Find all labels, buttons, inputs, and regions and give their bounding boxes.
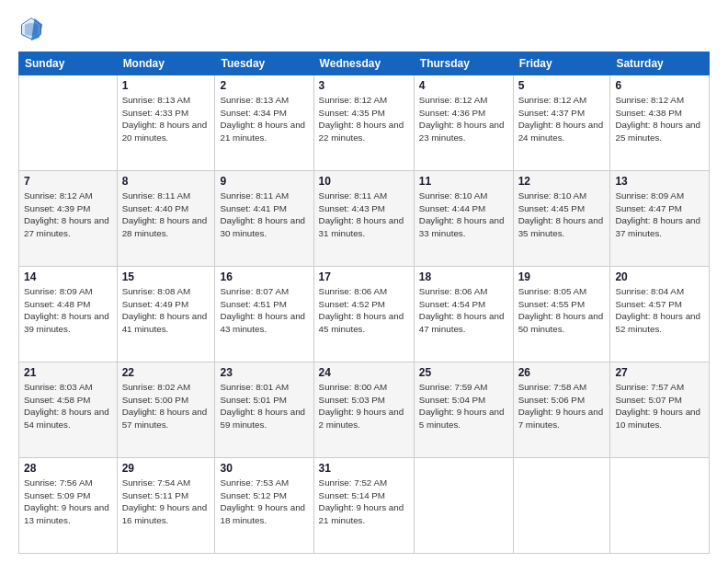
day-cell: 22Sunrise: 8:02 AMSunset: 5:00 PMDayligh…	[117, 362, 215, 458]
day-cell: 12Sunrise: 8:10 AMSunset: 4:45 PMDayligh…	[513, 171, 610, 267]
week-row-0: 1Sunrise: 8:13 AMSunset: 4:33 PMDaylight…	[19, 75, 710, 171]
day-info: Sunrise: 8:04 AMSunset: 4:57 PMDaylight:…	[615, 285, 704, 336]
day-number: 22	[122, 366, 210, 379]
day-info: Sunrise: 7:59 AMSunset: 5:04 PMDaylight:…	[419, 381, 508, 431]
day-info: Sunrise: 8:11 AMSunset: 4:43 PMDaylight:…	[319, 190, 409, 240]
day-number: 3	[319, 79, 409, 92]
day-cell: 8Sunrise: 8:11 AMSunset: 4:40 PMDaylight…	[117, 171, 215, 267]
day-cell: 1Sunrise: 8:13 AMSunset: 4:33 PMDaylight…	[117, 75, 215, 171]
week-row-3: 21Sunrise: 8:03 AMSunset: 4:58 PMDayligh…	[19, 362, 710, 458]
day-number: 11	[419, 175, 508, 188]
day-info: Sunrise: 8:03 AMSunset: 4:58 PMDaylight:…	[24, 381, 112, 431]
calendar-header-row: SundayMondayTuesdayWednesdayThursdayFrid…	[19, 52, 710, 75]
day-number: 16	[220, 270, 308, 283]
day-number: 8	[122, 175, 210, 188]
day-cell: 17Sunrise: 8:06 AMSunset: 4:52 PMDayligh…	[313, 267, 414, 362]
day-cell	[414, 458, 513, 554]
day-info: Sunrise: 8:01 AMSunset: 5:01 PMDaylight:…	[220, 381, 308, 431]
day-info: Sunrise: 8:09 AMSunset: 4:48 PMDaylight:…	[24, 285, 112, 336]
day-cell: 25Sunrise: 7:59 AMSunset: 5:04 PMDayligh…	[414, 362, 513, 458]
day-cell: 24Sunrise: 8:00 AMSunset: 5:03 PMDayligh…	[313, 362, 414, 458]
col-header-saturday: Saturday	[610, 52, 710, 75]
day-cell: 13Sunrise: 8:09 AMSunset: 4:47 PMDayligh…	[610, 171, 710, 267]
col-header-tuesday: Tuesday	[215, 52, 313, 75]
col-header-sunday: Sunday	[19, 52, 118, 75]
day-number: 27	[615, 366, 704, 379]
day-info: Sunrise: 8:13 AMSunset: 4:33 PMDaylight:…	[122, 94, 210, 144]
day-cell: 23Sunrise: 8:01 AMSunset: 5:01 PMDayligh…	[215, 362, 313, 458]
day-number: 17	[319, 270, 409, 283]
logo	[18, 17, 48, 42]
day-cell: 6Sunrise: 8:12 AMSunset: 4:38 PMDaylight…	[610, 75, 710, 171]
day-cell: 15Sunrise: 8:08 AMSunset: 4:49 PMDayligh…	[117, 267, 215, 362]
day-number: 4	[419, 79, 508, 92]
day-info: Sunrise: 8:10 AMSunset: 4:44 PMDaylight:…	[419, 190, 508, 240]
day-info: Sunrise: 8:00 AMSunset: 5:03 PMDaylight:…	[319, 381, 409, 431]
day-number: 10	[319, 175, 409, 188]
day-number: 28	[24, 462, 112, 475]
day-cell: 19Sunrise: 8:05 AMSunset: 4:55 PMDayligh…	[513, 267, 610, 362]
day-info: Sunrise: 8:02 AMSunset: 5:00 PMDaylight:…	[122, 381, 210, 431]
day-number: 1	[122, 79, 210, 92]
day-number: 26	[518, 366, 606, 379]
col-header-wednesday: Wednesday	[313, 52, 414, 75]
day-cell: 27Sunrise: 7:57 AMSunset: 5:07 PMDayligh…	[610, 362, 710, 458]
header	[18, 17, 710, 42]
day-cell: 3Sunrise: 8:12 AMSunset: 4:35 PMDaylight…	[313, 75, 414, 171]
day-number: 7	[24, 175, 112, 188]
calendar-page: SundayMondayTuesdayWednesdayThursdayFrid…	[0, 0, 728, 563]
day-cell: 16Sunrise: 8:07 AMSunset: 4:51 PMDayligh…	[215, 267, 313, 362]
day-number: 23	[220, 366, 308, 379]
day-cell: 28Sunrise: 7:56 AMSunset: 5:09 PMDayligh…	[19, 458, 118, 554]
col-header-friday: Friday	[513, 52, 610, 75]
day-number: 6	[615, 79, 704, 92]
day-number: 21	[24, 366, 112, 379]
day-number: 31	[319, 462, 409, 475]
day-info: Sunrise: 8:12 AMSunset: 4:38 PMDaylight:…	[615, 94, 704, 144]
week-row-4: 28Sunrise: 7:56 AMSunset: 5:09 PMDayligh…	[19, 458, 710, 554]
day-number: 19	[518, 270, 606, 283]
day-cell: 10Sunrise: 8:11 AMSunset: 4:43 PMDayligh…	[313, 171, 414, 267]
day-cell: 14Sunrise: 8:09 AMSunset: 4:48 PMDayligh…	[19, 267, 118, 362]
day-info: Sunrise: 8:11 AMSunset: 4:41 PMDaylight:…	[220, 190, 308, 240]
day-cell: 18Sunrise: 8:06 AMSunset: 4:54 PMDayligh…	[414, 267, 513, 362]
day-info: Sunrise: 8:11 AMSunset: 4:40 PMDaylight:…	[122, 190, 210, 240]
day-info: Sunrise: 8:07 AMSunset: 4:51 PMDaylight:…	[220, 285, 308, 336]
day-info: Sunrise: 7:57 AMSunset: 5:07 PMDaylight:…	[615, 381, 704, 431]
col-header-thursday: Thursday	[414, 52, 513, 75]
day-info: Sunrise: 8:12 AMSunset: 4:39 PMDaylight:…	[24, 190, 112, 240]
day-number: 12	[518, 175, 606, 188]
day-cell: 31Sunrise: 7:52 AMSunset: 5:14 PMDayligh…	[313, 458, 414, 554]
day-cell: 4Sunrise: 8:12 AMSunset: 4:36 PMDaylight…	[414, 75, 513, 171]
day-info: Sunrise: 7:56 AMSunset: 5:09 PMDaylight:…	[24, 477, 112, 527]
day-info: Sunrise: 8:13 AMSunset: 4:34 PMDaylight:…	[220, 94, 308, 144]
day-cell: 5Sunrise: 8:12 AMSunset: 4:37 PMDaylight…	[513, 75, 610, 171]
day-info: Sunrise: 8:12 AMSunset: 4:36 PMDaylight:…	[419, 94, 508, 144]
day-cell	[19, 75, 118, 171]
day-cell: 26Sunrise: 7:58 AMSunset: 5:06 PMDayligh…	[513, 362, 610, 458]
day-cell	[513, 458, 610, 554]
day-cell	[610, 458, 710, 554]
day-info: Sunrise: 8:12 AMSunset: 4:37 PMDaylight:…	[518, 94, 606, 144]
day-info: Sunrise: 7:54 AMSunset: 5:11 PMDaylight:…	[122, 477, 210, 527]
day-number: 5	[518, 79, 606, 92]
day-number: 18	[419, 270, 508, 283]
day-number: 2	[220, 79, 308, 92]
day-number: 9	[220, 175, 308, 188]
day-cell: 20Sunrise: 8:04 AMSunset: 4:57 PMDayligh…	[610, 267, 710, 362]
day-info: Sunrise: 8:05 AMSunset: 4:55 PMDaylight:…	[518, 285, 606, 336]
day-cell: 2Sunrise: 8:13 AMSunset: 4:34 PMDaylight…	[215, 75, 313, 171]
day-number: 29	[122, 462, 210, 475]
day-info: Sunrise: 7:58 AMSunset: 5:06 PMDaylight:…	[518, 381, 606, 431]
day-number: 13	[615, 175, 704, 188]
col-header-monday: Monday	[117, 52, 215, 75]
day-info: Sunrise: 7:52 AMSunset: 5:14 PMDaylight:…	[319, 477, 409, 527]
day-cell: 30Sunrise: 7:53 AMSunset: 5:12 PMDayligh…	[215, 458, 313, 554]
day-info: Sunrise: 8:08 AMSunset: 4:49 PMDaylight:…	[122, 285, 210, 336]
day-info: Sunrise: 7:53 AMSunset: 5:12 PMDaylight:…	[220, 477, 308, 527]
day-info: Sunrise: 8:06 AMSunset: 4:52 PMDaylight:…	[319, 285, 409, 336]
day-cell: 7Sunrise: 8:12 AMSunset: 4:39 PMDaylight…	[19, 171, 118, 267]
day-number: 25	[419, 366, 508, 379]
day-cell: 9Sunrise: 8:11 AMSunset: 4:41 PMDaylight…	[215, 171, 313, 267]
day-number: 20	[615, 270, 704, 283]
